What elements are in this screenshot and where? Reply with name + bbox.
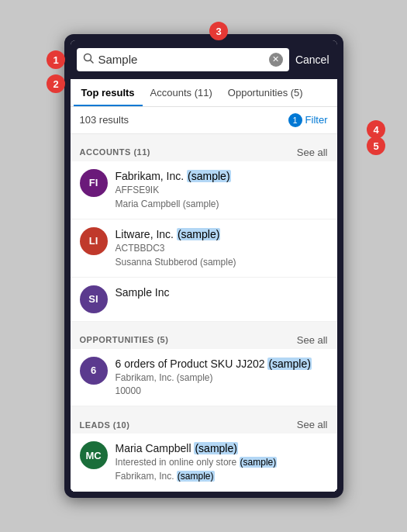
leads-section-title: LEADS (10) <box>80 420 130 430</box>
account-item-1[interactable]: FI Fabrikam, Inc. (sample) AFFSE9IK Mari… <box>71 161 337 219</box>
accounts-section-header: ACCOUNTS (11) See all <box>71 140 337 161</box>
account-sample-inc-content: Sample Inc <box>116 285 328 299</box>
highlight-sample-lead-sub2: (sample) <box>177 471 215 482</box>
highlight-sample-lead: (sample) <box>194 442 237 454</box>
highlight-sample-opp: (sample) <box>267 358 311 370</box>
accounts-section-title: ACCOUNTS (11) <box>80 147 150 157</box>
opportunity-1-subtitle1: Fabrikam, Inc. (sample) <box>116 371 328 385</box>
opportunity-1-content: 6 orders of Product SKU JJ202 (sample) F… <box>116 357 328 399</box>
cancel-button[interactable]: Cancel <box>294 50 331 69</box>
account-litware-subtitle1: ACTBBDC3 <box>116 242 328 255</box>
account-fabrikam-content: Fabrikam, Inc. (sample) AFFSE9IK Maria C… <box>116 169 328 211</box>
highlight-sample-lead-sub1: (sample) <box>240 457 278 468</box>
lead-maria-subtitle1: Interested in online only store (sample) <box>116 456 328 469</box>
filter-label: Filter <box>305 114 328 126</box>
opportunities-see-all[interactable]: See all <box>297 334 328 346</box>
annotation-3: 3 <box>209 22 228 40</box>
annotation-2: 2 <box>47 74 65 93</box>
opportunities-section-header: OPPORTUNITIES (5) See all <box>71 328 337 349</box>
tab-top-results[interactable]: Top results <box>74 79 143 106</box>
leads-section-header: LEADS (10) See all <box>71 413 337 434</box>
opportunity-1-subtitle2: 10000 <box>116 385 328 398</box>
opportunities-section: OPPORTUNITIES (5) See all 6 6 orders of … <box>71 328 337 407</box>
annotation-1: 1 <box>47 50 65 69</box>
opportunity-item-1[interactable]: 6 6 orders of Product SKU JJ202 (sample)… <box>71 349 337 407</box>
results-count: 103 results <box>80 114 129 126</box>
accounts-see-all[interactable]: See all <box>297 147 328 158</box>
account-litware-content: Litware, Inc. (sample) ACTBBDC3 Susanna … <box>116 227 328 269</box>
avatar-fabrikam: FI <box>80 169 108 197</box>
opportunities-section-title: OPPORTUNITIES (5) <box>80 335 169 344</box>
avatar-sample-inc: SI <box>80 285 108 313</box>
accounts-section: ACCOUNTS (11) See all FI Fabrikam, Inc. … <box>71 140 337 322</box>
search-input-wrapper[interactable]: Sample ✕ <box>77 48 289 71</box>
search-query: Sample <box>98 53 264 66</box>
tab-opportunities[interactable]: Opportunities (5) <box>220 79 311 106</box>
account-litware-title: Litware, Inc. (sample) <box>116 227 328 241</box>
clear-button[interactable]: ✕ <box>269 53 283 67</box>
results-area: 103 results 1 Filter ACCOUNTS (11) See a… <box>71 107 337 492</box>
results-header: 103 results 1 Filter <box>71 107 337 134</box>
svg-line-1 <box>90 60 93 63</box>
screen: Sample ✕ Cancel Top results Accounts (11… <box>71 40 337 492</box>
account-fabrikam-title: Fabrikam, Inc. (sample) <box>116 169 328 183</box>
search-bar: Sample ✕ Cancel <box>71 40 337 79</box>
highlight-sample: (sample) <box>187 170 230 182</box>
lead-maria-subtitle2: Fabrikam, Inc. (sample) <box>116 470 328 483</box>
avatar-opportunity-1: 6 <box>80 357 108 385</box>
filter-badge: 1 <box>288 113 302 127</box>
highlight-sample-litware: (sample) <box>177 228 220 240</box>
search-icon <box>83 53 94 67</box>
tabs-bar: Top results Accounts (11) Opportunities … <box>71 79 337 107</box>
leads-see-all[interactable]: See all <box>297 419 328 430</box>
filter-button[interactable]: 1 Filter <box>288 113 328 127</box>
leads-section: LEADS (10) See all MC Maria Campbell (sa… <box>71 413 337 492</box>
avatar-maria: MC <box>80 441 108 469</box>
account-litware-subtitle2: Susanna Stubberod (sample) <box>116 256 328 269</box>
tab-accounts[interactable]: Accounts (11) <box>143 79 220 106</box>
lead-item-1[interactable]: MC Maria Campbell (sample) Interested in… <box>71 434 337 492</box>
lead-maria-title: Maria Campbell (sample) <box>116 441 328 455</box>
account-item-3[interactable]: SI Sample Inc <box>71 278 337 322</box>
phone-frame: Sample ✕ Cancel Top results Accounts (11… <box>64 34 343 498</box>
account-fabrikam-subtitle1: AFFSE9IK <box>116 184 328 197</box>
avatar-litware: LI <box>80 227 108 255</box>
annotation-5: 5 <box>367 136 385 155</box>
account-fabrikam-subtitle2: Maria Campbell (sample) <box>116 198 328 211</box>
lead-maria-content: Maria Campbell (sample) Interested in on… <box>116 441 328 483</box>
account-sample-inc-title: Sample Inc <box>116 285 328 299</box>
opportunity-1-title: 6 orders of Product SKU JJ202 (sample) <box>116 357 328 371</box>
account-item-2[interactable]: LI Litware, Inc. (sample) ACTBBDC3 Susan… <box>71 219 337 278</box>
